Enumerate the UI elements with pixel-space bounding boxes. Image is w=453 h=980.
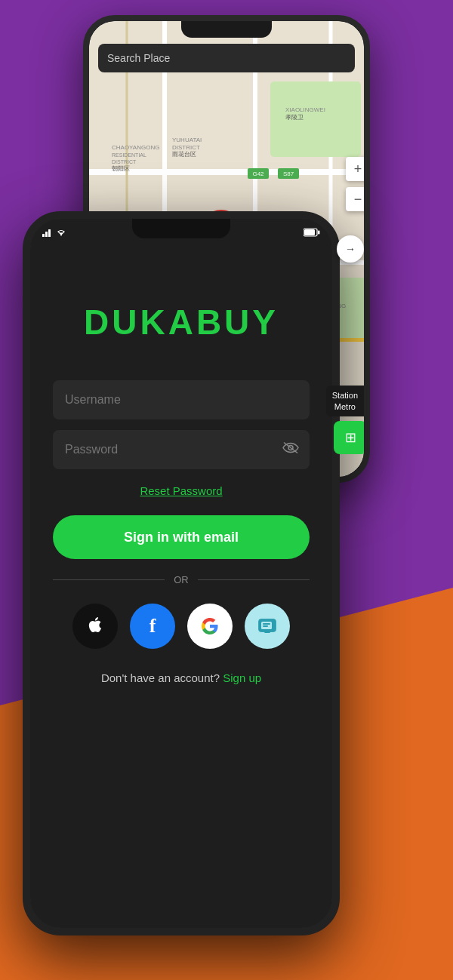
apple-sign-in-button[interactable] — [72, 604, 118, 649]
or-divider: OR — [30, 574, 332, 585]
svg-text:朝阳区: 朝阳区 — [112, 165, 130, 172]
svg-rect-58 — [264, 631, 270, 633]
reset-password-link[interactable]: Reset Password — [53, 484, 310, 497]
signup-prompt: Don't have an account? Sign up — [101, 671, 261, 684]
or-line-left — [53, 579, 165, 580]
sms-icon — [257, 616, 277, 636]
logo-area: DUKABUY — [84, 302, 279, 343]
sign-in-button[interactable]: Sign in with email — [53, 515, 310, 559]
google-icon — [201, 617, 219, 635]
map-zoom-in[interactable]: + — [346, 157, 364, 181]
map-green-action-btn[interactable]: ⊞ — [334, 421, 364, 454]
back-phone-notch — [181, 21, 272, 38]
svg-text:CHAOYANGONG: CHAOYANGONG — [112, 144, 159, 151]
svg-rect-56 — [263, 623, 270, 625]
or-line-right — [198, 579, 310, 580]
social-buttons: f — [72, 604, 290, 649]
svg-rect-50 — [318, 231, 320, 235]
svg-text:G42: G42 — [252, 171, 264, 177]
svg-rect-46 — [48, 229, 51, 237]
map-search-bar[interactable]: Search Place — [98, 44, 355, 72]
or-text: OR — [174, 574, 189, 585]
map-arrow-btn[interactable]: → — [337, 235, 364, 263]
map-right-controls: + − — [346, 157, 364, 211]
svg-rect-49 — [304, 229, 315, 235]
facebook-sign-in-button[interactable]: f — [130, 604, 175, 649]
login-form: Reset Password Sign in with email — [30, 380, 332, 574]
phone-front: DUKABUY Reset Password Sign in with emai… — [23, 211, 340, 935]
battery-icon — [304, 228, 320, 237]
svg-rect-8 — [270, 81, 361, 157]
sms-sign-in-button[interactable] — [245, 604, 290, 649]
sign-up-link[interactable]: Sign up — [223, 671, 261, 684]
facebook-icon: f — [149, 615, 156, 637]
login-screen: DUKABUY Reset Password Sign in with emai… — [30, 219, 332, 928]
google-sign-in-button[interactable] — [187, 604, 233, 649]
svg-text:XIAOLINGWEI: XIAOLINGWEI — [285, 106, 325, 113]
toggle-password-icon[interactable] — [282, 442, 299, 458]
username-input[interactable] — [53, 380, 310, 419]
svg-rect-44 — [42, 234, 45, 237]
svg-point-47 — [60, 235, 62, 236]
svg-text:DISTRICT: DISTRICT — [112, 159, 137, 164]
apple-icon — [86, 616, 104, 637]
svg-text:S87: S87 — [283, 171, 294, 177]
signal-icon — [42, 228, 53, 237]
station-metro-label: StationMetro — [326, 386, 364, 416]
svg-text:DISTRICT: DISTRICT — [172, 144, 200, 151]
map-zoom-out[interactable]: − — [346, 187, 364, 211]
no-account-text: Don't have an account? — [101, 671, 220, 684]
status-right — [304, 228, 320, 237]
front-phone-notch — [132, 219, 230, 238]
svg-text:雨花台区: 雨花台区 — [172, 151, 196, 158]
svg-text:RESIDENTIAL: RESIDENTIAL — [112, 152, 146, 158]
svg-text:孝陵卫: 孝陵卫 — [285, 114, 304, 121]
svg-rect-57 — [263, 625, 268, 627]
password-wrapper — [53, 430, 310, 469]
svg-rect-45 — [45, 232, 48, 237]
status-left — [42, 228, 66, 237]
svg-text:YUHUATAI: YUHUATAI — [172, 137, 202, 143]
wifi-icon — [56, 228, 66, 237]
app-logo: DUKABUY — [84, 302, 279, 343]
password-input[interactable] — [53, 430, 310, 469]
map-search-text: Search Place — [107, 52, 170, 64]
